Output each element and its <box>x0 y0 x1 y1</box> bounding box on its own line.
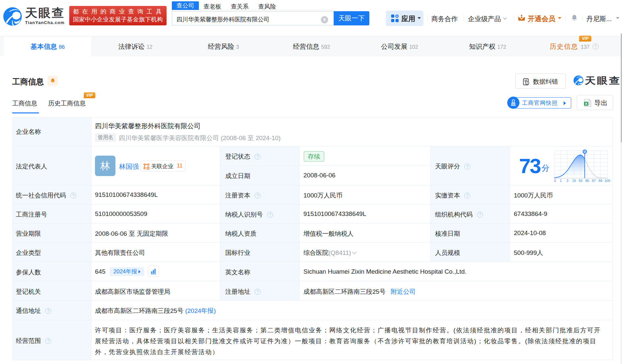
svg-text:50: 50 <box>579 179 583 183</box>
svg-text:3: 3 <box>567 179 569 183</box>
svg-text:企: 企 <box>146 166 150 169</box>
svg-text:100: 100 <box>605 179 610 183</box>
svg-text:1: 1 <box>560 179 562 183</box>
svg-text:97: 97 <box>592 179 596 183</box>
svg-text:0: 0 <box>554 179 556 183</box>
svg-text:85: 85 <box>585 179 589 183</box>
svg-text:15: 15 <box>572 179 576 183</box>
svg-text:99: 99 <box>599 179 603 183</box>
